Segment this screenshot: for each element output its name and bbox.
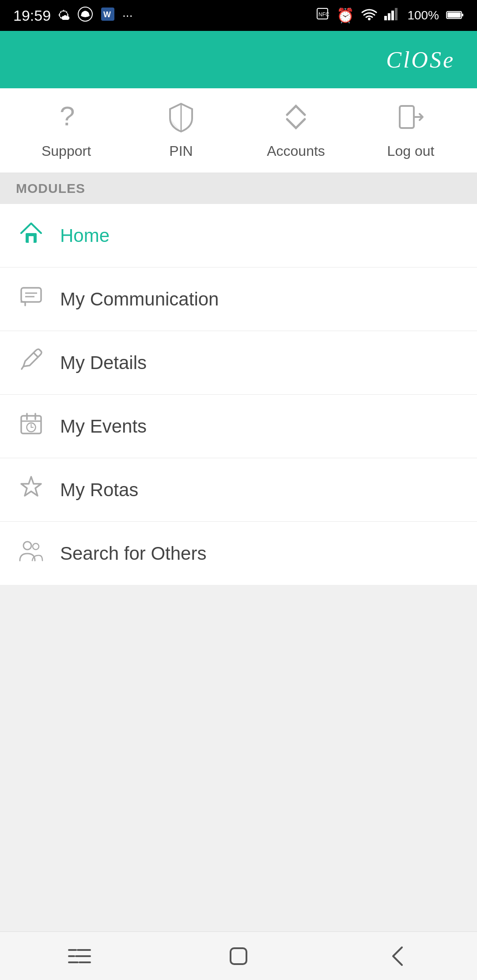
events-label: My Events <box>60 416 147 437</box>
quick-actions: ? Support PIN Accounts <box>0 88 477 173</box>
svg-rect-11 <box>462 14 463 16</box>
pin-label: PIN <box>169 143 193 159</box>
pin-icon <box>166 102 197 137</box>
content-area <box>0 585 477 894</box>
svg-point-31 <box>23 542 31 550</box>
svg-text:NFC: NFC <box>318 11 329 18</box>
svg-line-21 <box>34 353 38 358</box>
svg-rect-39 <box>231 948 246 964</box>
action-support[interactable]: ? Support <box>9 102 124 159</box>
messenger-icon <box>77 6 93 25</box>
svg-marker-30 <box>21 477 41 496</box>
svg-rect-17 <box>29 236 34 243</box>
header-bar: ClOSe <box>0 31 477 88</box>
menu-item-home[interactable]: Home <box>0 204 477 268</box>
status-bar-left: 19:59 🌤 W ··· <box>13 6 132 25</box>
search-others-icon <box>18 539 44 568</box>
nav-home-button[interactable] <box>212 939 265 974</box>
home-label: Home <box>60 225 110 246</box>
nfc-icon: NFC <box>315 7 329 24</box>
svg-rect-12 <box>447 12 461 18</box>
menu-item-search-others[interactable]: Search for Others <box>0 522 477 585</box>
rotas-icon <box>18 475 44 505</box>
modules-header: MODULES <box>0 173 477 204</box>
wifi-icon <box>361 7 377 24</box>
search-others-label: Search for Others <box>60 543 206 564</box>
action-logout[interactable]: Log out <box>353 102 468 159</box>
word-icon: W <box>100 7 115 25</box>
svg-point-32 <box>33 543 39 550</box>
alarm-icon: ⏰ <box>337 7 354 24</box>
menu-item-rotas[interactable]: My Rotas <box>0 458 477 522</box>
weather-icon: 🌤 <box>58 8 70 23</box>
status-time: 19:59 <box>13 7 51 24</box>
modules-label: MODULES <box>16 181 85 196</box>
events-icon <box>18 411 44 441</box>
accounts-icon <box>280 102 311 137</box>
battery-icon <box>446 8 464 24</box>
svg-text:W: W <box>103 10 111 19</box>
menu-item-communication[interactable]: My Communication <box>0 268 477 331</box>
svg-rect-7 <box>388 13 390 20</box>
signal-icon <box>384 7 400 24</box>
support-label: Support <box>42 143 91 159</box>
svg-rect-15 <box>400 106 414 128</box>
menu-item-events[interactable]: My Events <box>0 395 477 458</box>
status-bar-right: NFC ⏰ 100% <box>315 7 464 24</box>
close-button[interactable]: ClOSe <box>386 47 455 73</box>
logout-label: Log out <box>387 143 435 159</box>
status-bar: 19:59 🌤 W ··· NFC ⏰ <box>0 0 477 31</box>
svg-rect-6 <box>384 16 387 20</box>
communication-label: My Communication <box>60 289 219 310</box>
svg-rect-9 <box>395 8 398 20</box>
action-pin[interactable]: PIN <box>124 102 238 159</box>
logout-icon <box>395 102 426 137</box>
svg-text:?: ? <box>60 102 75 131</box>
rotas-label: My Rotas <box>60 479 138 501</box>
nav-menu-button[interactable] <box>53 939 106 974</box>
action-accounts[interactable]: Accounts <box>238 102 353 159</box>
menu-list: Home My Communication My Details <box>0 204 477 585</box>
nav-back-button[interactable] <box>371 939 424 974</box>
svg-line-22 <box>22 366 23 369</box>
menu-item-details[interactable]: My Details <box>0 331 477 395</box>
bottom-nav <box>0 931 477 980</box>
home-icon <box>18 221 44 250</box>
svg-point-5 <box>368 18 371 20</box>
battery-level: 100% <box>407 8 439 23</box>
accounts-label: Accounts <box>267 143 325 159</box>
more-icon: ··· <box>122 8 132 23</box>
support-icon: ? <box>51 102 82 137</box>
details-icon <box>18 348 44 377</box>
communication-icon <box>18 284 44 314</box>
details-label: My Details <box>60 352 147 373</box>
svg-rect-8 <box>391 11 394 20</box>
svg-rect-18 <box>21 288 41 302</box>
